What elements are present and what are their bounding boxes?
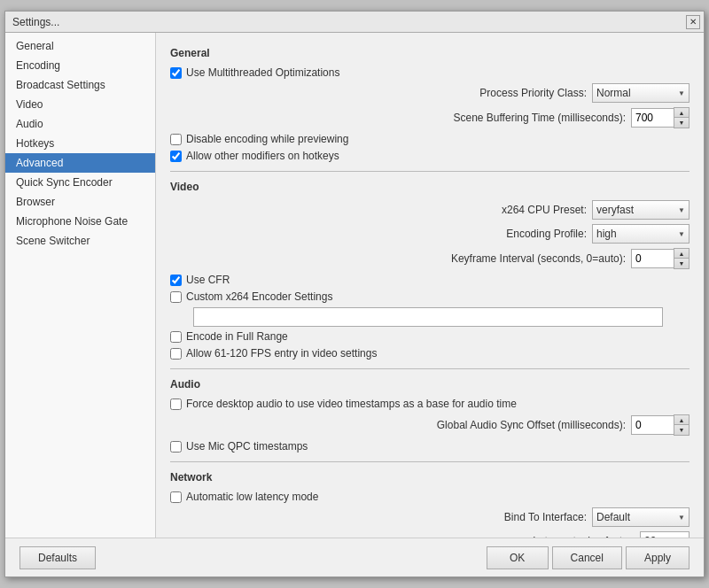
sidebar-item-broadcast-settings[interactable]: Broadcast Settings xyxy=(5,75,155,95)
x264-preset-row: x264 CPU Preset: ultrafast superfast ver… xyxy=(170,200,690,220)
general-section-title: General xyxy=(170,47,690,59)
sidebar-item-browser[interactable]: Browser xyxy=(5,192,155,212)
encode-full-range-label: Encode in Full Range xyxy=(170,330,288,343)
auto-low-latency-label: Automatic low latency mode xyxy=(170,491,318,503)
use-mic-qpc-row: Use Mic QPC timestamps xyxy=(170,440,690,453)
force-desktop-audio-row: Force desktop audio to use video timesta… xyxy=(170,398,690,410)
keyframe-spinner-btns: ▲ ▼ xyxy=(674,248,690,269)
keyframe-label: Keyframe Interval (seconds, 0=auto): xyxy=(451,252,626,265)
x264-preset-label: x264 CPU Preset: xyxy=(502,204,587,216)
custom-x264-label: Custom x264 Encoder Settings xyxy=(170,290,332,303)
scene-buffering-up[interactable]: ▲ xyxy=(674,108,689,118)
disable-encoding-row: Disable encoding while previewing xyxy=(170,133,690,145)
encode-full-range-row: Encode in Full Range xyxy=(170,330,690,343)
action-buttons: OK Cancel Apply xyxy=(487,546,690,569)
x264-preset-select[interactable]: ultrafast superfast veryfast faster fast… xyxy=(592,200,690,220)
general-divider xyxy=(170,171,690,172)
force-desktop-audio-label: Force desktop audio to use video timesta… xyxy=(170,398,517,410)
bind-to-interface-select[interactable]: Default xyxy=(592,507,690,527)
video-divider xyxy=(170,368,690,369)
allow-modifiers-row: Allow other modifiers on hotkeys xyxy=(170,150,690,162)
process-priority-row: Process Priority Class: Normal Above Nor… xyxy=(170,83,690,103)
latency-tuning-input[interactable] xyxy=(640,531,690,538)
custom-encoder-input[interactable] xyxy=(193,307,663,327)
scene-buffering-label: Scene Buffering Time (milliseconds): xyxy=(453,112,626,124)
titlebar: Settings... ✕ xyxy=(5,12,704,33)
auto-low-latency-row: Automatic low latency mode xyxy=(170,491,690,503)
sidebar-item-scene-switcher[interactable]: Scene Switcher xyxy=(5,231,155,251)
sidebar: General Encoding Broadcast Settings Vide… xyxy=(5,33,156,538)
auto-low-latency-checkbox[interactable] xyxy=(170,491,182,503)
use-multithreaded-row: Use Multithreaded Optimizations xyxy=(170,66,690,79)
disable-encoding-checkbox[interactable] xyxy=(170,134,182,145)
process-priority-select[interactable]: Normal Above Normal High Realtime Below … xyxy=(592,83,690,103)
cancel-button[interactable]: Cancel xyxy=(552,546,622,569)
use-cfr-label: Use CFR xyxy=(170,274,230,286)
global-audio-sync-down[interactable]: ▼ xyxy=(674,425,689,435)
encoding-profile-select[interactable]: baseline main high xyxy=(592,224,690,244)
bind-to-interface-label: Bind To Interface: xyxy=(504,511,587,523)
bottom-bar: Defaults OK Cancel Apply xyxy=(5,538,704,576)
latency-tuning-row: Latency tuning factor: xyxy=(170,531,690,538)
keyframe-spinner: ▲ ▼ xyxy=(631,248,690,269)
keyframe-down[interactable]: ▼ xyxy=(674,259,689,268)
sidebar-item-advanced[interactable]: Advanced xyxy=(5,153,155,173)
custom-x264-row: Custom x264 Encoder Settings xyxy=(170,290,690,303)
ok-button[interactable]: OK xyxy=(487,546,549,569)
audio-divider xyxy=(170,461,690,462)
global-audio-sync-label: Global Audio Sync Offset (milliseconds): xyxy=(437,419,626,431)
scene-buffering-row: Scene Buffering Time (milliseconds): ▲ ▼ xyxy=(170,107,690,128)
scene-buffering-down[interactable]: ▼ xyxy=(674,118,689,128)
use-multithreaded-checkbox[interactable] xyxy=(170,67,182,79)
sidebar-item-audio[interactable]: Audio xyxy=(5,114,155,134)
bind-to-interface-select-wrapper: Default xyxy=(592,507,690,527)
encode-full-range-checkbox[interactable] xyxy=(170,331,182,343)
global-audio-sync-up[interactable]: ▲ xyxy=(674,415,689,425)
keyframe-input[interactable] xyxy=(631,249,674,268)
allow-fps-row: Allow 61-120 FPS entry in video settings xyxy=(170,347,690,360)
global-audio-sync-input[interactable] xyxy=(631,415,674,435)
allow-fps-checkbox[interactable] xyxy=(170,348,182,360)
use-multithreaded-label: Use Multithreaded Optimizations xyxy=(170,66,339,79)
process-priority-select-wrapper: Normal Above Normal High Realtime Below … xyxy=(592,83,690,103)
sidebar-item-quick-sync-encoder[interactable]: Quick Sync Encoder xyxy=(5,173,155,192)
defaults-button[interactable]: Defaults xyxy=(19,546,96,569)
force-desktop-audio-checkbox[interactable] xyxy=(170,398,182,410)
allow-modifiers-label: Allow other modifiers on hotkeys xyxy=(170,150,339,162)
apply-button[interactable]: Apply xyxy=(626,546,690,569)
use-mic-qpc-label: Use Mic QPC timestamps xyxy=(170,440,308,453)
encoding-profile-label: Encoding Profile: xyxy=(506,228,587,240)
settings-window: Settings... ✕ General Encoding Broadcast… xyxy=(4,11,705,577)
custom-x264-checkbox[interactable] xyxy=(170,291,182,303)
global-audio-sync-spinner: ▲ ▼ xyxy=(631,414,690,436)
bind-to-interface-row: Bind To Interface: Default xyxy=(170,507,690,527)
custom-encoder-text-row xyxy=(170,307,690,327)
global-audio-sync-row: Global Audio Sync Offset (milliseconds):… xyxy=(170,414,690,436)
audio-section-title: Audio xyxy=(170,378,690,391)
close-button[interactable]: ✕ xyxy=(686,15,700,29)
x264-preset-select-wrapper: ultrafast superfast veryfast faster fast… xyxy=(592,200,690,220)
process-priority-label: Process Priority Class: xyxy=(479,87,587,99)
allow-fps-label: Allow 61-120 FPS entry in video settings xyxy=(170,347,377,360)
network-section-title: Network xyxy=(170,471,690,484)
video-section-title: Video xyxy=(170,181,690,193)
encoding-profile-select-wrapper: baseline main high xyxy=(592,224,690,244)
scene-buffering-input[interactable] xyxy=(631,108,674,128)
keyframe-up[interactable]: ▲ xyxy=(674,249,689,259)
main-panel: General Use Multithreaded Optimizations … xyxy=(156,33,704,538)
scene-buffering-spinner: ▲ ▼ xyxy=(631,107,690,128)
allow-modifiers-checkbox[interactable] xyxy=(170,151,182,162)
sidebar-item-encoding[interactable]: Encoding xyxy=(5,56,155,75)
sidebar-item-general[interactable]: General xyxy=(5,36,155,56)
encoding-profile-row: Encoding Profile: baseline main high xyxy=(170,224,690,244)
keyframe-row: Keyframe Interval (seconds, 0=auto): ▲ ▼ xyxy=(170,248,690,269)
sidebar-item-hotkeys[interactable]: Hotkeys xyxy=(5,134,155,153)
disable-encoding-label: Disable encoding while previewing xyxy=(170,133,348,145)
use-mic-qpc-checkbox[interactable] xyxy=(170,441,182,453)
global-audio-sync-spinner-btns: ▲ ▼ xyxy=(674,414,690,436)
sidebar-item-microphone-noise-gate[interactable]: Microphone Noise Gate xyxy=(5,212,155,231)
sidebar-item-video[interactable]: Video xyxy=(5,95,155,114)
use-cfr-checkbox[interactable] xyxy=(170,275,182,286)
use-cfr-row: Use CFR xyxy=(170,274,690,286)
scene-buffering-spinner-btns: ▲ ▼ xyxy=(674,107,690,128)
